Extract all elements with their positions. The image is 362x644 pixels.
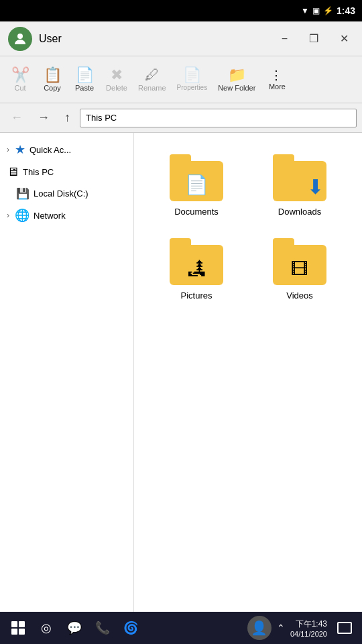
- videos-folder-icon: 🎞: [273, 238, 326, 285]
- pictures-folder-icon: 🏞: [170, 238, 223, 285]
- paste-icon: 📄: [76, 68, 94, 83]
- sidebar-item-this-pc[interactable]: 🖥 This PC: [0, 161, 133, 183]
- taskbar-right: 👤 ⌃ 下午1:43 04/11/2020: [247, 616, 357, 640]
- taskbar-phone-button[interactable]: 📞: [90, 615, 115, 641]
- address-text: This PC: [86, 113, 117, 123]
- properties-button[interactable]: 📄 Properties: [173, 60, 212, 100]
- copy-icon: 📋: [44, 68, 62, 83]
- up-button[interactable]: ↑: [59, 108, 76, 127]
- delete-button[interactable]: ✖ Delete: [102, 60, 131, 100]
- taskbar: ◎ 💬 📞 🌀 👤 ⌃ 下午1:43 04/11/2020: [0, 612, 362, 644]
- taskbar-notification-button[interactable]: [333, 616, 357, 640]
- rename-label: Rename: [138, 84, 166, 92]
- start-button[interactable]: [5, 615, 31, 641]
- rename-icon: 🖊: [145, 68, 160, 83]
- new-folder-icon: 📁: [228, 68, 246, 83]
- pictures-label: Pictures: [181, 290, 213, 301]
- sidebar-label-quick-access: Quick Ac...: [29, 145, 71, 155]
- local-disk-icon: 💾: [16, 187, 29, 200]
- paste-button[interactable]: 📄 Paste: [70, 60, 99, 100]
- close-button[interactable]: ✕: [335, 30, 354, 48]
- network-chevron-icon: ›: [7, 211, 9, 220]
- file-grid: 📄 Documents ⬇ Downloads 🏞 Pictures: [134, 133, 362, 612]
- file-item-downloads[interactable]: ⬇ Downloads: [248, 144, 351, 227]
- sidebar: › ★ Quick Ac... 🖥 This PC 💾 Local Disk(C…: [0, 133, 134, 612]
- sidebar-label-this-pc: This PC: [23, 167, 54, 177]
- copy-label: Copy: [44, 84, 61, 92]
- delete-label: Delete: [106, 84, 127, 92]
- more-button[interactable]: ⋮ More: [262, 60, 292, 100]
- taskbar-datetime: 下午1:43 04/11/2020: [290, 619, 327, 638]
- back-button[interactable]: ←: [5, 108, 28, 127]
- videos-label: Videos: [286, 290, 313, 301]
- file-item-pictures[interactable]: 🏞 Pictures: [145, 227, 248, 311]
- properties-icon: 📄: [183, 68, 201, 83]
- more-label: More: [269, 83, 286, 91]
- svg-rect-1: [11, 621, 17, 627]
- taskbar-time: 下午1:43: [296, 619, 327, 630]
- cut-label: Cut: [14, 84, 25, 92]
- delete-icon: ✖: [111, 68, 123, 83]
- taskbar-chat-button[interactable]: 💬: [62, 615, 87, 641]
- battery-icon: ⚡: [323, 6, 333, 15]
- paste-label: Paste: [75, 84, 94, 92]
- svg-rect-2: [19, 621, 25, 627]
- taskbar-date: 04/11/2020: [290, 630, 327, 638]
- maximize-button[interactable]: ❐: [304, 30, 324, 48]
- sidebar-item-quick-access[interactable]: › ★ Quick Ac...: [0, 138, 133, 161]
- properties-label: Properties: [177, 84, 208, 91]
- sidebar-item-local-disk[interactable]: 💾 Local Disk(C:): [0, 183, 133, 204]
- more-icon: ⋮: [270, 69, 284, 81]
- taskbar-app-icons: ◎ 💬 📞 🌀: [34, 615, 143, 641]
- sidebar-label-local-disk: Local Disk(C:): [34, 189, 88, 199]
- sidebar-label-network: Network: [34, 211, 66, 221]
- forward-button[interactable]: →: [32, 108, 55, 127]
- taskbar-user-icon[interactable]: 👤: [247, 616, 272, 640]
- status-bar: ▼ ▣ ⚡ 1:43: [0, 0, 362, 21]
- window-controls: − ❐ ✕: [276, 30, 354, 48]
- quick-access-icon: ★: [15, 142, 25, 157]
- copy-button[interactable]: 📋 Copy: [38, 60, 67, 100]
- nav-bar: ← → ↑ This PC: [0, 103, 362, 133]
- title-bar: User − ❐ ✕: [0, 21, 362, 56]
- downloads-folder-icon: ⬇: [273, 154, 326, 201]
- toolbar: ✂️ Cut 📋 Copy 📄 Paste ✖ Delete 🖊 Rename …: [0, 56, 362, 103]
- chevron-right-icon: ›: [7, 145, 9, 154]
- avatar: [8, 27, 32, 51]
- address-bar[interactable]: This PC: [80, 109, 357, 127]
- network-icon: 🌐: [15, 208, 29, 223]
- wifi-icon: ▼: [301, 6, 309, 15]
- cut-icon: ✂️: [11, 68, 29, 83]
- rename-button[interactable]: 🖊 Rename: [134, 60, 170, 100]
- taskbar-chevron-icon[interactable]: ⌃: [277, 623, 285, 633]
- documents-folder-icon: 📄: [170, 154, 223, 201]
- sidebar-item-network[interactable]: › 🌐 Network: [0, 204, 133, 227]
- status-icons: ▼ ▣ ⚡ 1:43: [301, 5, 355, 16]
- svg-point-0: [17, 34, 23, 39]
- file-item-videos[interactable]: 🎞 Videos: [248, 227, 351, 311]
- window-title: User: [39, 33, 276, 45]
- sim-icon: ▣: [312, 6, 320, 15]
- svg-rect-4: [19, 629, 25, 635]
- new-folder-label: New Folder: [218, 84, 255, 92]
- cut-button[interactable]: ✂️ Cut: [5, 60, 35, 100]
- this-pc-icon: 🖥: [7, 165, 19, 179]
- downloads-label: Downloads: [278, 207, 321, 217]
- taskbar-browser-button[interactable]: 🌀: [118, 615, 143, 641]
- svg-rect-3: [11, 629, 17, 635]
- file-item-documents[interactable]: 📄 Documents: [145, 144, 248, 227]
- status-time: 1:43: [337, 5, 355, 16]
- notification-icon: [337, 622, 352, 634]
- documents-label: Documents: [174, 207, 219, 217]
- minimize-button[interactable]: −: [276, 30, 293, 48]
- new-folder-button[interactable]: 📁 New Folder: [214, 60, 259, 100]
- taskbar-target-button[interactable]: ◎: [34, 615, 59, 641]
- main-area: › ★ Quick Ac... 🖥 This PC 💾 Local Disk(C…: [0, 133, 362, 612]
